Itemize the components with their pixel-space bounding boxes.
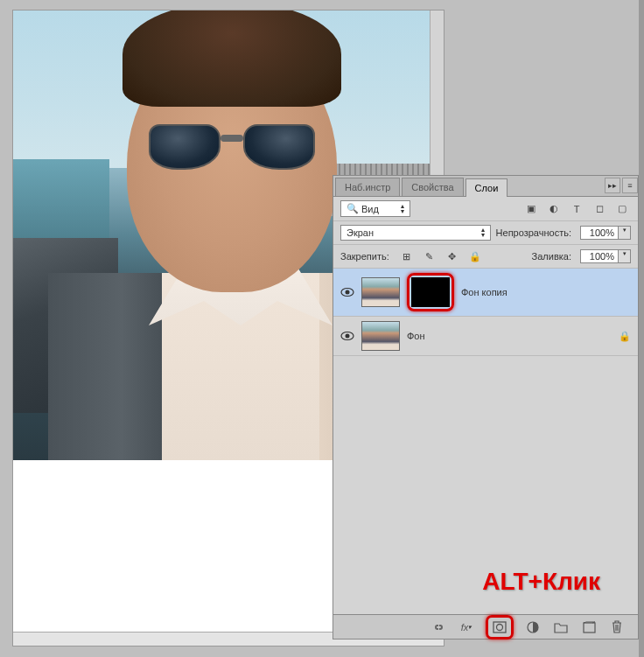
blend-mode-dropdown[interactable]: Экран ▴▾ [340,225,491,241]
layer-thumbnail[interactable] [361,321,400,351]
search-icon: 🔍 [346,203,359,214]
fill-input[interactable]: 100% [580,249,619,263]
visibility-toggle[interactable] [340,285,354,299]
new-group-icon[interactable] [552,619,570,636]
annotation-text: ALT+Клик [482,568,600,596]
svg-point-1 [346,290,350,295]
layer-row[interactable]: Фон 🔒 [333,317,638,356]
lock-row: Закрепить: ⊞ ✎ ✥ 🔒 Заливка: 100% ▾ [333,245,638,269]
lock-label: Закрепить: [340,251,389,262]
adjustment-layer-icon[interactable] [524,619,542,636]
blend-mode-value: Экран [346,227,374,238]
new-layer-icon[interactable] [580,619,598,636]
lock-position-icon[interactable]: ✥ [444,248,461,264]
tab-presets[interactable]: Наб.инстр [335,178,400,196]
layer-mask-highlight [407,273,454,311]
layers-panel-footer: fx▾ [333,614,638,639]
filter-kind-dropdown[interactable]: 🔍 Вид ▴▾ [340,200,410,217]
chevron-updown-icon: ▴▾ [481,227,485,238]
filter-type-icon[interactable]: T [568,201,585,217]
blend-row: Экран ▴▾ Непрозрачность: 100% ▾ [333,221,638,245]
filter-shape-icon[interactable]: ◻ [591,201,608,217]
panel-menu-icon[interactable]: ≡ [622,178,638,193]
filter-adjust-icon[interactable]: ◐ [545,201,563,217]
layer-list: Фон копия Фон 🔒 [333,269,638,356]
delete-layer-icon[interactable] [608,619,626,636]
panel-tab-bar: Наб.инстр Свойства Слои ▸▸ ≡ [333,176,638,197]
layer-mask-thumbnail[interactable] [411,277,450,307]
chevron-updown-icon: ▴▾ [401,204,404,214]
filter-pixel-icon[interactable]: ▣ [522,201,540,217]
layer-effects-icon[interactable]: fx▾ [458,619,475,636]
tab-properties[interactable]: Свойства [402,178,463,196]
filter-smart-icon[interactable]: ▢ [613,201,631,217]
lock-pixels-icon[interactable]: ⊞ [398,248,416,264]
layer-filter-row: 🔍 Вид ▴▾ ▣ ◐ T ◻ ▢ [333,197,638,221]
svg-rect-7 [584,623,595,633]
opacity-stepper[interactable]: ▾ [619,226,631,240]
layer-name[interactable]: Фон [407,331,425,341]
lock-brush-icon[interactable]: ✎ [421,248,438,264]
lock-icon: 🔒 [619,331,631,342]
svg-rect-4 [494,622,506,633]
opacity-input[interactable]: 100% [580,226,619,240]
layer-row[interactable]: Фон копия [333,269,638,317]
visibility-toggle[interactable] [340,329,354,343]
svg-point-3 [346,334,350,339]
layer-name[interactable]: Фон копия [461,287,508,297]
add-mask-highlight [486,615,514,640]
link-layers-icon[interactable] [430,619,447,636]
layer-thumbnail[interactable] [361,277,400,307]
svg-point-5 [497,624,503,630]
fill-label: Заливка: [532,251,571,262]
lock-all-icon[interactable]: 🔒 [466,248,484,264]
app-scrollbar[interactable] [639,0,644,657]
add-mask-icon[interactable] [491,619,508,636]
tab-layers[interactable]: Слои [466,178,508,197]
filter-kind-label: Вид [361,204,379,214]
opacity-label: Непрозрачность: [496,227,571,238]
collapse-panel-icon[interactable]: ▸▸ [605,178,620,193]
fill-stepper[interactable]: ▾ [619,249,631,263]
